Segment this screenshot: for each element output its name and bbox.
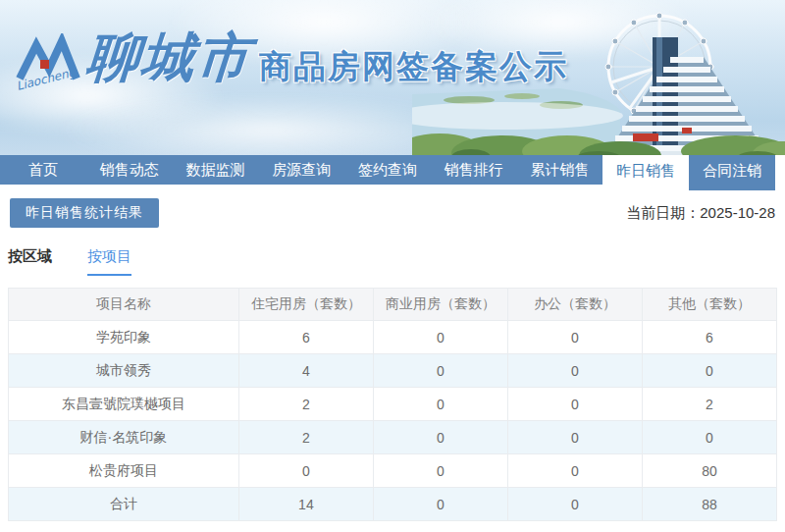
- col-other: 其他（套数）: [642, 289, 776, 321]
- col-project-name: 项目名称: [9, 289, 239, 321]
- value-cell: 80: [642, 454, 776, 488]
- page-title: 商品房网签备案公示: [259, 45, 568, 89]
- total-label-cell: 合计: [9, 488, 239, 521]
- nav-item-total-sales[interactable]: 累计销售: [517, 155, 603, 185]
- project-name-cell: 城市领秀: [9, 354, 239, 388]
- value-cell: 0: [373, 388, 507, 421]
- yesterday-sales-result-button[interactable]: 昨日销售统计结果: [10, 198, 159, 228]
- sales-table: 项目名称 住宅用房（套数） 商业用房（套数） 办公（套数） 其他（套数） 学苑印…: [8, 288, 777, 521]
- project-name-cell: 东昌壹號院璞樾项目: [9, 388, 239, 421]
- table-header-row: 项目名称 住宅用房（套数） 商业用房（套数） 办公（套数） 其他（套数）: [9, 289, 777, 321]
- table-row: 学苑印象 6 0 0 6: [9, 321, 777, 354]
- col-commercial: 商业用房（套数）: [373, 289, 507, 321]
- nav-item-sales-news[interactable]: 销售动态: [86, 155, 173, 185]
- value-cell: 0: [642, 354, 776, 388]
- nav-item-signing-query[interactable]: 签约查询: [344, 155, 431, 185]
- value-cell: 2: [238, 388, 373, 421]
- value-cell: 14: [238, 488, 373, 521]
- value-cell: 6: [642, 321, 776, 354]
- city-name: 聊城市: [84, 26, 253, 88]
- value-cell: 0: [507, 388, 642, 421]
- col-office: 办公（套数）: [507, 289, 642, 321]
- value-cell: 6: [238, 321, 373, 354]
- nav-item-yesterday-sales[interactable]: 昨日销售: [602, 155, 689, 190]
- header-banner: Liaocheng 聊城市 商品房网签备案公示: [0, 0, 785, 155]
- value-cell: 0: [238, 454, 373, 488]
- project-name-cell: 松贵府项目: [9, 454, 239, 488]
- current-date-label: 当前日期：: [626, 204, 700, 221]
- tab-by-project[interactable]: 按项目: [87, 247, 131, 276]
- main-nav: 首页 销售动态 数据监测 房源查询 签约查询 销售排行 累计销售 昨日销售 合同…: [0, 155, 775, 185]
- view-tabs: 按区域 按项目: [8, 247, 777, 276]
- value-cell: 0: [373, 354, 507, 388]
- nav-item-data-monitor[interactable]: 数据监测: [173, 155, 259, 185]
- value-cell: 2: [238, 421, 373, 454]
- value-cell: 88: [642, 488, 776, 521]
- nav-item-home[interactable]: 首页: [0, 155, 86, 185]
- value-cell: 0: [507, 421, 642, 454]
- value-cell: 0: [373, 421, 507, 454]
- site-brand: Liaocheng 聊城市 商品房网签备案公示: [16, 26, 568, 98]
- nav-item-contract-cancel[interactable]: 合同注销: [689, 155, 775, 190]
- value-cell: 0: [373, 321, 507, 354]
- total-row: 合计 14 0 0 88: [9, 488, 777, 521]
- value-cell: 0: [507, 488, 642, 521]
- nav-item-sales-ranking[interactable]: 销售排行: [431, 155, 517, 185]
- value-cell: 0: [507, 354, 642, 388]
- current-date-value: 2025-10-28: [700, 204, 775, 221]
- value-cell: 0: [507, 321, 642, 354]
- value-cell: 0: [373, 454, 507, 488]
- table-row: 财信·名筑印象 2 0 0 0: [9, 421, 777, 454]
- value-cell: 2: [642, 388, 776, 421]
- project-name-cell: 财信·名筑印象: [9, 421, 239, 454]
- value-cell: 0: [642, 421, 776, 454]
- value-cell: 0: [373, 488, 507, 521]
- value-cell: 0: [507, 454, 642, 488]
- tab-by-region[interactable]: 按区域: [8, 247, 52, 276]
- liaocheng-logo-icon: Liaocheng: [16, 33, 80, 98]
- project-name-cell: 学苑印象: [9, 321, 239, 354]
- table-row: 城市领秀 4 0 0 0: [9, 354, 777, 388]
- nav-item-listing-query[interactable]: 房源查询: [258, 155, 344, 185]
- value-cell: 4: [238, 354, 373, 388]
- table-row: 东昌壹號院璞樾项目 2 0 0 2: [9, 388, 777, 421]
- current-date: 当前日期：2025-10-28: [626, 204, 775, 223]
- col-residential: 住宅用房（套数）: [238, 289, 373, 321]
- table-row: 松贵府项目 0 0 0 80: [9, 454, 777, 488]
- toolbar: 昨日销售统计结果 当前日期：2025-10-28: [10, 198, 775, 228]
